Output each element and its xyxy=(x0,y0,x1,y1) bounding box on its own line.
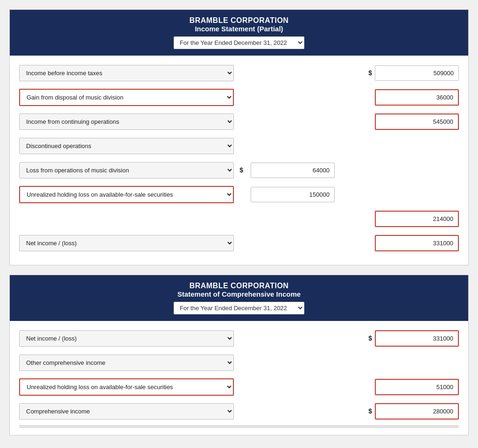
value-net-income xyxy=(375,235,459,251)
value-income-before-taxes xyxy=(375,65,459,81)
input-subtotal-214[interactable] xyxy=(375,211,459,227)
bottom-divider xyxy=(19,426,459,426)
select-income-continuing[interactable]: Income from continuing operations xyxy=(19,114,234,130)
value-comprehensive-income xyxy=(375,403,459,420)
input-net-income-comp[interactable] xyxy=(375,330,459,347)
row-subtotal-214 xyxy=(19,209,459,228)
stmt-title-1: Income Statement (Partial) xyxy=(14,25,464,33)
select-gain-disposal[interactable]: Gain from disposal of music division xyxy=(19,89,234,106)
select-comprehensive-income[interactable]: Comprehensive income xyxy=(19,403,234,420)
value-net-income-comp xyxy=(375,330,459,347)
row-unrealized-comp: Unrealized holding loss on available-for… xyxy=(19,377,459,397)
label-loss-music-ops: Loss from operations of music division xyxy=(19,162,234,178)
row-net-income: Net income / (loss) xyxy=(19,233,459,253)
input-income-continuing[interactable] xyxy=(375,114,459,130)
label-income-before-taxes: Income before income taxes xyxy=(19,65,234,81)
corp-name-2: BRAMBLE CORPORATION xyxy=(14,282,464,290)
stmt-title-2: Statement of Comprehensive Income xyxy=(14,290,464,298)
income-statement-header: BRAMBLE CORPORATION Income Statement (Pa… xyxy=(10,10,468,56)
date-select-1[interactable]: For the Year Ended December 31, 2022 xyxy=(174,36,304,49)
date-select-2[interactable]: For the Year Ended December 31, 2022 xyxy=(174,302,304,314)
corp-name-1: BRAMBLE CORPORATION xyxy=(14,16,464,25)
select-other-comp[interactable]: Other comprehensive income xyxy=(19,355,234,371)
label-discontinued-ops: Discontinued operations xyxy=(19,138,234,154)
value-unrealized-holding xyxy=(251,187,335,202)
select-discontinued-ops[interactable]: Discontinued operations xyxy=(19,138,234,154)
dollar-comp-2: $ xyxy=(363,407,372,415)
label-comprehensive-income: Comprehensive income xyxy=(19,403,234,420)
select-unrealized-holding[interactable]: Unrealized holding loss on available-for… xyxy=(19,186,234,203)
row-gain-disposal: Gain from disposal of music division xyxy=(19,87,459,107)
income-statement-section: BRAMBLE CORPORATION Income Statement (Pa… xyxy=(9,9,469,265)
select-income-before-taxes[interactable]: Income before income taxes xyxy=(19,65,234,81)
value-subtotal-214 xyxy=(375,211,459,227)
row-income-continuing: Income from continuing operations xyxy=(19,112,459,131)
select-unrealized-comp[interactable]: Unrealized holding loss on available-for… xyxy=(19,378,234,396)
input-unrealized-holding[interactable] xyxy=(251,187,335,202)
row-comprehensive-income: Comprehensive income $ xyxy=(19,401,459,421)
input-income-before-taxes[interactable] xyxy=(375,65,459,81)
dollar-1: $ xyxy=(363,69,372,77)
row-other-comp: Other comprehensive income xyxy=(19,353,459,372)
date-select-wrap-1: For the Year Ended December 31, 2022 xyxy=(14,36,464,49)
value-income-continuing xyxy=(375,114,459,130)
comprehensive-income-header: BRAMBLE CORPORATION Statement of Compreh… xyxy=(10,275,468,321)
row-loss-music-ops: Loss from operations of music division $ xyxy=(19,160,459,180)
input-unrealized-comp[interactable] xyxy=(375,379,459,395)
select-net-income-comp[interactable]: Net income / (loss) xyxy=(19,330,234,347)
label-unrealized-comp: Unrealized holding loss on available-for… xyxy=(19,378,234,396)
row-unrealized-holding: Unrealized holding loss on available-for… xyxy=(19,185,459,204)
input-comprehensive-income[interactable] xyxy=(375,403,459,420)
input-net-income[interactable] xyxy=(375,235,459,251)
value-gain-disposal xyxy=(375,89,459,106)
income-statement-body: Income before income taxes $ Gain from d… xyxy=(10,56,468,265)
bottom-divider-2 xyxy=(19,427,459,427)
select-net-income[interactable]: Net income / (loss) xyxy=(19,235,234,251)
row-income-before-taxes: Income before income taxes $ xyxy=(19,63,459,83)
input-loss-music-ops[interactable] xyxy=(251,163,335,178)
row-net-income-comp: Net income / (loss) $ xyxy=(19,328,459,348)
comprehensive-income-body: Net income / (loss) $ Other comprehensiv… xyxy=(10,321,468,435)
value-loss-music-ops xyxy=(251,163,335,178)
dollar-mid-loss: $ xyxy=(234,166,243,174)
comprehensive-income-section: BRAMBLE CORPORATION Statement of Compreh… xyxy=(9,275,469,435)
label-net-income: Net income / (loss) xyxy=(19,235,234,251)
dollar-comp-1: $ xyxy=(363,334,372,342)
select-loss-music-ops[interactable]: Loss from operations of music division xyxy=(19,162,234,178)
row-discontinued-ops: Discontinued operations xyxy=(19,136,459,156)
input-gain-disposal[interactable] xyxy=(375,89,459,106)
label-unrealized-holding: Unrealized holding loss on available-for… xyxy=(19,186,234,203)
date-select-wrap-2: For the Year Ended December 31, 2022 xyxy=(14,302,464,314)
label-net-income-comp: Net income / (loss) xyxy=(19,330,234,347)
value-unrealized-comp xyxy=(375,379,459,395)
label-other-comp: Other comprehensive income xyxy=(19,355,234,371)
label-gain-disposal: Gain from disposal of music division xyxy=(19,89,234,106)
label-income-continuing: Income from continuing operations xyxy=(19,114,234,130)
